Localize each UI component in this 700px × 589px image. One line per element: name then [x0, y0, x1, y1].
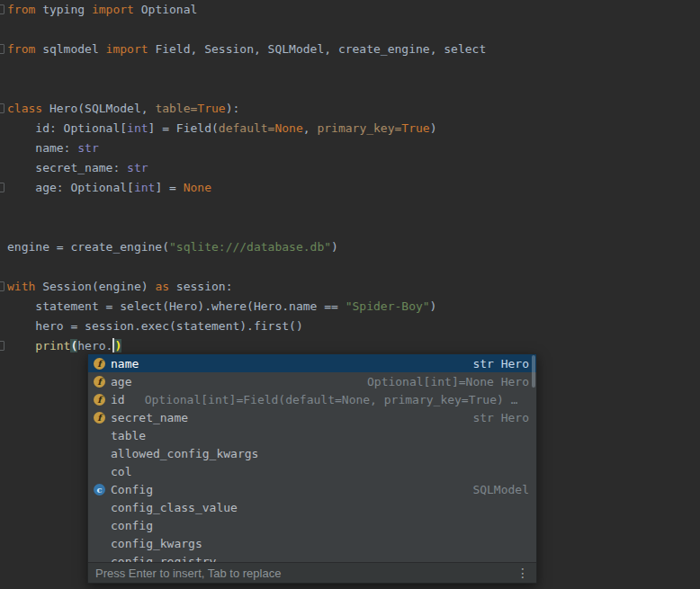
gutter-icon[interactable] [0, 281, 4, 291]
code-token: sqlmodel [35, 42, 105, 56]
completion-item[interactable]: config_kwargs [88, 534, 536, 552]
code-token: hero = session.exec(statement).first() [7, 319, 303, 333]
code-token: default= [219, 121, 275, 135]
completion-item-label: id [111, 393, 125, 406]
completion-item[interactable]: col [88, 462, 536, 480]
completion-item-label: Config [111, 483, 153, 496]
code-line[interactable]: hero = session.exec(statement).first() [0, 317, 700, 336]
code-token: as [155, 280, 169, 293]
code-token: engine = create_engine( [7, 240, 169, 254]
code-line[interactable]: from typing import Optional [0, 0, 700, 20]
code-token: class [7, 102, 42, 115]
completion-item[interactable]: fsecret_namestr Hero [88, 408, 536, 426]
code-line[interactable]: name: str [0, 138, 700, 158]
code-token: int [134, 181, 155, 194]
gutter-icon[interactable] [0, 44, 4, 54]
code-token: primary_key= [317, 121, 401, 135]
completion-item-label: config [111, 519, 153, 532]
completion-item-label: config_registry [111, 555, 216, 563]
completion-item-type: str Hero [472, 411, 529, 424]
code-token: None [184, 181, 211, 194]
code-token: , [303, 121, 318, 135]
code-line[interactable] [0, 218, 700, 237]
completion-footer-hint: Press Enter to insert, Tab to replace [95, 567, 281, 580]
code-token: session: [169, 280, 232, 293]
completion-popup: fnamestr HerofageOptional[int]=None Hero… [87, 353, 537, 584]
code-line[interactable]: with Session(engine) as session: [0, 277, 700, 297]
no-icon [94, 556, 105, 563]
code-token: ): [226, 102, 240, 115]
code-token: import [106, 42, 148, 56]
code-lines: from typing import Optionalfrom sqlmodel… [0, 0, 700, 356]
code-token: statement = select(Hero).where(Hero.name… [7, 299, 346, 313]
popup-scrollbar-thumb[interactable] [532, 355, 535, 388]
completion-item[interactable]: config [88, 516, 536, 534]
code-token: id: Optional[ [7, 121, 127, 135]
completion-item-label: name [111, 357, 139, 370]
code-line[interactable]: statement = select(Hero).where(Hero.name… [0, 297, 700, 317]
completion-item-label: table [111, 429, 146, 442]
code-line[interactable] [0, 79, 700, 99]
completion-item-type: SQLModel [472, 483, 529, 496]
gutter-icon[interactable] [0, 103, 4, 113]
completion-item-signature: Optional[int]=Field(default=None, primar… [145, 393, 518, 406]
code-token: None [274, 121, 302, 135]
no-icon [94, 502, 105, 513]
code-token: ) [114, 339, 121, 353]
code-token: ) [430, 121, 437, 135]
completion-item[interactable]: fageOptional[int]=None Hero [88, 372, 536, 390]
code-token: import [92, 3, 134, 16]
code-token: Session(engine) [35, 280, 155, 293]
code-token: "sqlite:///database.db" [169, 240, 331, 254]
gutter-icon[interactable] [0, 4, 4, 14]
code-token: ) [430, 299, 437, 313]
code-line[interactable] [0, 20, 700, 40]
code-line[interactable]: engine = create_engine("sqlite:///databa… [0, 237, 700, 257]
completion-item-label: col [111, 465, 131, 478]
code-line[interactable]: id: Optional[int] = Field(default=None, … [0, 119, 700, 138]
code-token: from [7, 42, 35, 56]
code-line[interactable]: age: Optional[int] = None [0, 178, 700, 198]
code-token: table= [155, 102, 197, 115]
code-line[interactable]: secret_name: str [0, 158, 700, 178]
code-token: str [127, 161, 148, 174]
code-token: typing [35, 3, 92, 16]
code-token: str [77, 141, 98, 155]
completion-item[interactable]: cConfigSQLModel [88, 480, 536, 498]
code-token [7, 339, 35, 353]
code-token: "Spider-Boy" [346, 299, 430, 313]
code-line[interactable] [0, 59, 700, 79]
kebab-menu-icon[interactable]: ⋮ [516, 567, 529, 579]
code-token: ) [331, 240, 338, 254]
code-token: True [401, 121, 429, 135]
completion-item-type: str Hero [472, 357, 529, 370]
code-token: int [127, 121, 148, 135]
completion-item-label: age [111, 375, 131, 388]
gutter-icon[interactable] [0, 341, 4, 351]
completion-item[interactable]: table [88, 426, 536, 444]
completion-item[interactable]: config_class_value [88, 498, 536, 516]
completion-item[interactable]: fnamestr Hero [88, 354, 536, 372]
code-line[interactable] [0, 257, 700, 277]
field-icon: f [94, 358, 105, 370]
gutter-icon[interactable] [0, 183, 4, 192]
no-icon [94, 520, 105, 531]
code-token: ] = Field( [148, 121, 219, 135]
code-line[interactable]: class Hero(SQLModel, table=True): [0, 99, 700, 119]
completion-item[interactable]: allowed_config_kwargs [88, 444, 536, 462]
completion-item-label: allowed_config_kwargs [111, 447, 258, 460]
completion-item[interactable]: config_registry [88, 552, 536, 562]
field-icon: f [94, 394, 105, 406]
code-token: name: [7, 141, 77, 155]
code-token: print [35, 339, 70, 353]
code-token: Optional [134, 3, 197, 16]
code-line[interactable] [0, 198, 700, 218]
code-token: hero. [77, 339, 112, 353]
code-line[interactable]: from sqlmodel import Field, Session, SQL… [0, 40, 700, 59]
no-icon [94, 430, 105, 442]
field-icon: f [94, 376, 105, 388]
code-token: age: Optional[ [7, 181, 134, 194]
completion-item[interactable]: fidOptional[int]=Field(default=None, pri… [88, 390, 536, 408]
completion-footer: Press Enter to insert, Tab to replace ⋮ [88, 562, 536, 583]
completion-item-type: Optional[int]=None Hero [367, 375, 529, 388]
